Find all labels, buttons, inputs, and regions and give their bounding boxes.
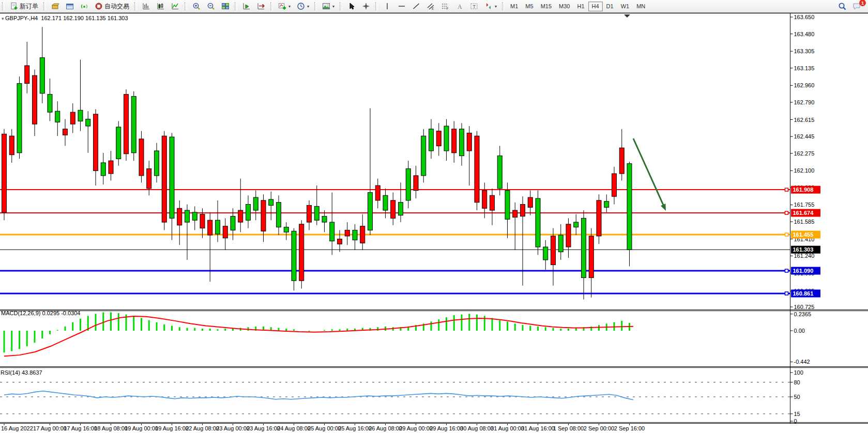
date-tick-label: 22 Aug 08:00	[186, 425, 219, 431]
timeframe-button-m5[interactable]: M5	[522, 2, 537, 11]
date-tick-label: 2 Sep 00:00	[584, 425, 614, 431]
candle	[399, 182, 403, 222]
arrows-button[interactable]: ▾	[482, 1, 499, 11]
price-tick-label: 161.755	[794, 202, 815, 208]
chevron-down-icon: ▾	[288, 4, 291, 9]
timeframe-button-mn[interactable]: MN	[633, 2, 649, 11]
timeframe-button-h4[interactable]: H4	[588, 2, 603, 11]
macd-indicator-label: MACD(12,26,9) 0.0295 -0.0304	[1, 310, 80, 316]
navigator-button[interactable]	[78, 1, 91, 11]
date-tick-label: 18 Aug 08:00	[94, 425, 128, 431]
market-watch-button[interactable]	[49, 1, 62, 11]
trend-arrow[interactable]	[633, 138, 666, 211]
cursor-button[interactable]	[345, 1, 358, 11]
toolbar-group-handle	[375, 2, 378, 10]
candle	[162, 131, 166, 230]
candle	[147, 161, 151, 195]
text-button[interactable]: A	[453, 1, 466, 11]
macd-tick-label: 0.00	[794, 328, 805, 334]
price-label: 161.303	[793, 246, 814, 253]
date-tick-label: 17 Aug 00:00	[33, 425, 67, 431]
textA-icon: A	[455, 2, 464, 10]
autotrading-button[interactable]: 自动交易	[92, 1, 132, 11]
candle	[109, 151, 113, 181]
data-window-button[interactable]	[63, 1, 77, 11]
horizontal-line-button[interactable]	[395, 1, 408, 11]
candlestick-chart-button[interactable]	[154, 1, 167, 11]
price-label: 161.090	[793, 268, 814, 274]
fibonacci-button[interactable]: F	[438, 1, 452, 11]
autotrading-button-label: 自动交易	[104, 2, 129, 11]
rsi-indicator-label: RSI(14) 43.8637	[1, 369, 42, 376]
date-tick-label: 30 Aug 08:00	[460, 425, 494, 431]
candle	[17, 76, 22, 159]
candle	[177, 200, 182, 245]
candle	[86, 111, 90, 153]
toolbar-group-handle	[134, 2, 137, 10]
timeframe-button-m30[interactable]: M30	[555, 2, 573, 11]
candle	[307, 200, 312, 230]
toolbar-group-handle	[185, 2, 187, 10]
chevron-down-icon: ▾	[495, 4, 497, 9]
candle	[497, 146, 502, 195]
timeframe-button-w1[interactable]: W1	[617, 2, 633, 11]
trendline-button[interactable]	[409, 1, 423, 11]
notifications-button[interactable]: 1	[850, 1, 863, 11]
candle	[383, 189, 388, 219]
candle	[2, 129, 7, 220]
timeframe-button-h1[interactable]: H1	[573, 2, 588, 11]
chart-area[interactable]: 163.650163.480163.305163.135162.960162.7…	[0, 13, 868, 433]
symbol-ohlc-label: ▾ GBPJPY-,H4 162.171 162.190 161.135 161…	[2, 15, 128, 21]
chart-shift-button[interactable]	[254, 1, 268, 11]
candle	[558, 224, 563, 260]
svg-text:F: F	[447, 7, 449, 10]
indicators-button[interactable]: ▾	[276, 1, 293, 11]
date-tick-label: 25 Aug 00:00	[308, 425, 341, 431]
search-button[interactable]	[835, 1, 849, 11]
candle	[360, 214, 365, 250]
macd-signal-line	[4, 316, 633, 356]
candle	[612, 167, 617, 205]
rsi-tick-label: 15	[794, 411, 800, 417]
candle	[94, 109, 98, 185]
svg-text:E: E	[432, 7, 434, 10]
equidistant-channel-button[interactable]: E	[424, 1, 437, 11]
date-tick-label: 26 Aug 08:00	[369, 425, 402, 431]
price-tick-label: 162.960	[794, 82, 815, 88]
candle	[292, 228, 296, 291]
candle	[9, 129, 14, 163]
date-tick-label: 19 Aug 16:00	[155, 425, 189, 431]
price-tick-label: 160.725	[794, 304, 815, 310]
line-chart-button[interactable]	[169, 1, 182, 11]
price-axis: 163.650163.480163.305163.135162.960162.7…	[790, 14, 815, 424]
candle	[338, 230, 342, 252]
price-tick-label: 161.240	[794, 253, 815, 259]
crosshair-button[interactable]	[359, 1, 373, 11]
chevron-down-icon: ▾	[332, 4, 334, 9]
macd-tick-label: -0.442	[794, 359, 810, 365]
periods-button[interactable]: ▾	[294, 1, 312, 11]
timeframe-button-m15[interactable]: M15	[537, 2, 555, 11]
price-tick-label: 162.790	[794, 99, 815, 105]
tile-windows-button[interactable]	[219, 1, 232, 11]
toolbar-group-handle	[43, 2, 46, 10]
rsi-tick-label: 80	[794, 379, 800, 385]
zoom-out-button[interactable]	[204, 1, 218, 11]
text-label-button[interactable]: T	[467, 1, 481, 11]
zoom-in-button[interactable]	[190, 1, 203, 11]
bar-chart-button[interactable]	[140, 1, 153, 11]
timeframe-button-d1[interactable]: D1	[603, 2, 617, 11]
chart-shift-marker[interactable]	[624, 14, 630, 18]
cursor-icon	[347, 2, 356, 10]
templates-button[interactable]: ▾	[319, 1, 337, 11]
vertical-line-button[interactable]	[380, 1, 394, 11]
candle	[253, 191, 258, 221]
candle	[582, 210, 586, 300]
timeframe-button-m1[interactable]: M1	[507, 2, 522, 11]
new-order-button[interactable]: 新订单	[7, 1, 41, 11]
expand-triangle-icon[interactable]: ▾	[2, 16, 5, 21]
price-label: 161.455	[793, 231, 814, 238]
auto-scroll-button[interactable]	[240, 1, 253, 11]
date-tick-label: 24 Aug 08:00	[277, 425, 311, 431]
candle	[490, 189, 495, 225]
